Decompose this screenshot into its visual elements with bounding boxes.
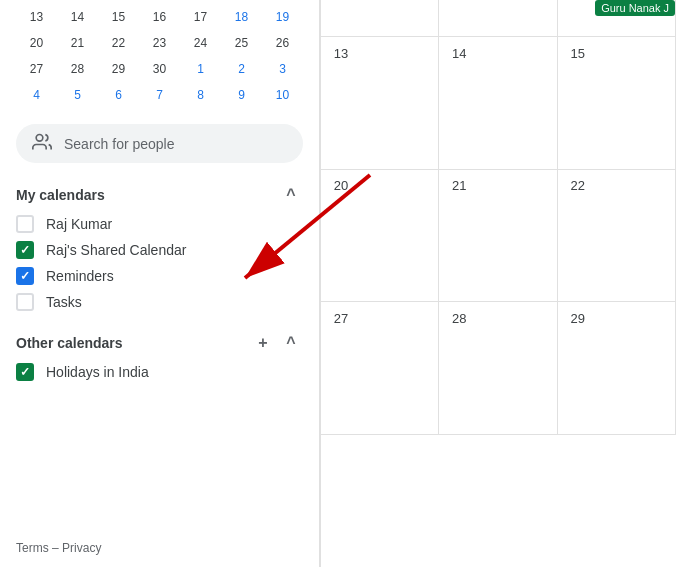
- main-calendar: Guru Nanak J 131415202122272829: [320, 0, 676, 567]
- cell-day-number[interactable]: 13: [329, 41, 353, 65]
- mini-cal-day[interactable]: 4: [16, 82, 57, 108]
- calendar-checkbox[interactable]: ✓: [16, 241, 34, 259]
- my-calendars-controls: ^: [279, 183, 303, 207]
- mini-cal-day[interactable]: 22: [98, 30, 139, 56]
- top-cell-3: Guru Nanak J: [558, 0, 676, 36]
- calendar-item[interactable]: Raj Kumar: [8, 211, 311, 237]
- cell-day-number[interactable]: 28: [447, 306, 471, 330]
- mini-cal-day[interactable]: 5: [57, 82, 98, 108]
- mini-cal-day[interactable]: 7: [139, 82, 180, 108]
- mini-cal-day[interactable]: 28: [57, 56, 98, 82]
- mini-cal-day[interactable]: 20: [16, 30, 57, 56]
- calendar-item[interactable]: Tasks: [8, 289, 311, 315]
- footer-dash: –: [52, 541, 59, 555]
- mini-cal-day[interactable]: 18: [221, 4, 262, 30]
- mini-cal-day[interactable]: 15: [98, 4, 139, 30]
- search-people-bar[interactable]: Search for people: [16, 124, 303, 163]
- other-calendars-controls: + ^: [251, 331, 303, 355]
- other-calendar-name: Holidays in India: [46, 364, 149, 380]
- other-calendars-collapse-icon[interactable]: ^: [279, 331, 303, 355]
- grid-cell-1-1: 21: [439, 170, 557, 303]
- calendar-top-row: Guru Nanak J: [320, 0, 676, 37]
- mini-cal-day[interactable]: 3: [262, 56, 303, 82]
- other-calendars-list: ✓Holidays in India: [8, 359, 311, 385]
- my-calendars-collapse-icon[interactable]: ^: [279, 183, 303, 207]
- other-calendars-header: Other calendars + ^: [8, 323, 311, 359]
- cell-day-number[interactable]: 29: [566, 306, 590, 330]
- calendar-name: Raj Kumar: [46, 216, 112, 232]
- mini-cal-day[interactable]: 14: [57, 4, 98, 30]
- grid-cell-2-2: 29: [558, 302, 676, 435]
- top-cell-2: [439, 0, 557, 36]
- calendar-grid: 131415202122272829: [320, 37, 676, 567]
- mini-cal-day[interactable]: 25: [221, 30, 262, 56]
- mini-cal-day[interactable]: 26: [262, 30, 303, 56]
- mini-cal-day[interactable]: 17: [180, 4, 221, 30]
- mini-cal-day[interactable]: 2: [221, 56, 262, 82]
- other-calendars-add-icon[interactable]: +: [251, 331, 275, 355]
- privacy-link[interactable]: Privacy: [62, 541, 101, 555]
- top-cell-1: [321, 0, 439, 36]
- calendar-name: Tasks: [46, 294, 82, 310]
- cell-day-number[interactable]: 15: [566, 41, 590, 65]
- grid-cell-2-1: 28: [439, 302, 557, 435]
- other-calendar-checkbox[interactable]: ✓: [16, 363, 34, 381]
- my-calendars-list: Raj Kumar✓Raj's Shared Calendar✓Reminder…: [8, 211, 311, 315]
- mini-cal-day[interactable]: 13: [16, 4, 57, 30]
- cell-day-number[interactable]: 14: [447, 41, 471, 65]
- calendar-checkbox[interactable]: [16, 215, 34, 233]
- svg-point-0: [36, 135, 43, 142]
- guru-nanak-event[interactable]: Guru Nanak J: [595, 0, 675, 16]
- other-calendar-item[interactable]: ✓Holidays in India: [8, 359, 311, 385]
- calendar-checkbox[interactable]: ✓: [16, 267, 34, 285]
- my-calendars-label: My calendars: [16, 187, 105, 203]
- search-people-label: Search for people: [64, 136, 175, 152]
- grid-cell-1-0: 20: [321, 170, 439, 303]
- calendar-checkbox[interactable]: [16, 293, 34, 311]
- calendar-item[interactable]: ✓Reminders: [8, 263, 311, 289]
- mini-cal-day[interactable]: 19: [262, 4, 303, 30]
- other-calendars-label: Other calendars: [16, 335, 123, 351]
- mini-calendar: 1314151617181920212223242526272829301234…: [8, 0, 311, 116]
- mini-cal-day[interactable]: 8: [180, 82, 221, 108]
- mini-cal-day[interactable]: 9: [221, 82, 262, 108]
- cell-day-number[interactable]: 22: [566, 174, 590, 198]
- grid-cell-0-1: 14: [439, 37, 557, 170]
- mini-cal-day[interactable]: 23: [139, 30, 180, 56]
- mini-cal-day[interactable]: 6: [98, 82, 139, 108]
- sidebar: 1314151617181920212223242526272829301234…: [0, 0, 320, 567]
- terms-link[interactable]: Terms: [16, 541, 49, 555]
- grid-cell-1-2: 22: [558, 170, 676, 303]
- mini-cal-day[interactable]: 16: [139, 4, 180, 30]
- mini-cal-day[interactable]: 29: [98, 56, 139, 82]
- mini-cal-day[interactable]: 24: [180, 30, 221, 56]
- mini-cal-day[interactable]: 30: [139, 56, 180, 82]
- people-icon: [32, 132, 52, 155]
- grid-cell-0-0: 13: [321, 37, 439, 170]
- calendar-name: Raj's Shared Calendar: [46, 242, 186, 258]
- cell-day-number[interactable]: 27: [329, 306, 353, 330]
- sidebar-footer: Terms – Privacy: [8, 529, 311, 567]
- cell-day-number[interactable]: 21: [447, 174, 471, 198]
- mini-cal-day[interactable]: 10: [262, 82, 303, 108]
- mini-cal-day[interactable]: 1: [180, 56, 221, 82]
- calendar-name: Reminders: [46, 268, 114, 284]
- calendar-item[interactable]: ✓Raj's Shared Calendar: [8, 237, 311, 263]
- my-calendars-header: My calendars ^: [8, 175, 311, 211]
- mini-cal-day[interactable]: 27: [16, 56, 57, 82]
- grid-cell-0-2: 15: [558, 37, 676, 170]
- cell-day-number[interactable]: 20: [329, 174, 353, 198]
- grid-cell-2-0: 27: [321, 302, 439, 435]
- mini-cal-day[interactable]: 21: [57, 30, 98, 56]
